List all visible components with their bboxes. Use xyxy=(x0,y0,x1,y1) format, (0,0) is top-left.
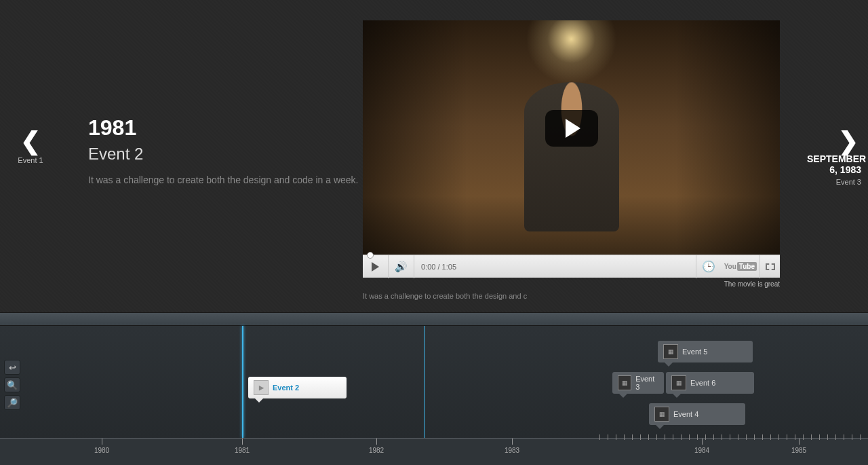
event-description: It was a challenge to create both the de… xyxy=(88,173,359,187)
timeline-event-card[interactable]: ▦Event 3 xyxy=(612,372,664,394)
image-icon: ▦ xyxy=(663,344,678,359)
event-title: Event 2 xyxy=(88,145,359,164)
timeline-body[interactable]: ▶Event 2▦Event 5▦Event 3▦Event 6▦Event 4 xyxy=(0,326,868,438)
ruler-year-label: 1985 xyxy=(791,447,806,454)
chevron-right-icon: ❯ xyxy=(807,129,868,153)
fullscreen-button[interactable] xyxy=(760,255,780,278)
timeline-event-card[interactable]: ▦Event 6 xyxy=(666,372,754,394)
timeline-marker-aux xyxy=(424,326,425,438)
timeline-pane: ↩ 🔍 🔎 ▶Event 2▦Event 5▦Event 3▦Event 6▦E… xyxy=(0,326,868,465)
event-card-label: Event 5 xyxy=(682,348,707,356)
video-block: 🔊 0:00 / 1:05 🕒 YouTube The movie is gre… xyxy=(363,20,780,300)
video-time: 0:00 / 1:05 xyxy=(421,263,456,271)
timeline-event-card[interactable]: ▶Event 2 xyxy=(248,377,347,398)
event-text-block: 1981 Event 2 It was a challenge to creat… xyxy=(88,115,359,187)
event-card-label: Event 2 xyxy=(273,384,299,392)
nav-next-label: Event 3 xyxy=(807,178,868,186)
play-overlay-button[interactable] xyxy=(545,110,598,147)
ruler-year-label: 1980 xyxy=(94,447,109,454)
detail-pane: ❮ Event 1 ❯ SEPTEMBER 6, 1983 Event 3 19… xyxy=(0,0,868,312)
event-card-label: Event 4 xyxy=(673,410,698,418)
youtube-logo[interactable]: YouTube xyxy=(722,260,760,273)
video-player[interactable] xyxy=(363,20,780,255)
nav-next-date: SEPTEMBER 6, 1983 xyxy=(807,153,868,175)
nav-prev-label: Event 1 xyxy=(0,156,61,164)
event-card-label: Event 6 xyxy=(690,379,715,387)
timeline-event-card[interactable]: ▦Event 4 xyxy=(649,403,745,425)
ruler-year-label: 1984 xyxy=(694,447,709,454)
timeline-ruler[interactable]: 198019811982198319841985 xyxy=(0,438,868,465)
fullscreen-icon xyxy=(766,263,775,270)
ruler-year-label: 1982 xyxy=(369,447,384,454)
timeline-event-card[interactable]: ▦Event 5 xyxy=(658,341,753,362)
clock-icon: 🕒 xyxy=(702,260,715,273)
play-icon: ▶ xyxy=(254,380,269,395)
image-icon: ▦ xyxy=(654,407,669,422)
event-year: 1981 xyxy=(88,115,359,141)
watch-later-button[interactable]: 🕒 xyxy=(696,255,722,278)
video-caption-right: The movie is great xyxy=(363,280,780,288)
image-icon: ▦ xyxy=(618,375,631,390)
ruler-year-label: 1981 xyxy=(235,447,250,454)
volume-icon: 🔊 xyxy=(395,261,408,273)
nav-next[interactable]: ❯ SEPTEMBER 6, 1983 Event 3 xyxy=(807,129,868,186)
volume-button[interactable]: 🔊 xyxy=(389,255,414,278)
video-caption-left: It was a challenge to create both the de… xyxy=(363,292,780,300)
event-card-label: Event 3 xyxy=(635,375,658,391)
ruler-year-label: 1983 xyxy=(505,447,519,454)
scrubber-handle[interactable] xyxy=(367,252,374,259)
chevron-left-icon: ❮ xyxy=(0,129,61,153)
play-button[interactable] xyxy=(363,255,389,278)
video-controls: 🔊 0:00 / 1:05 🕒 YouTube xyxy=(363,255,780,278)
image-icon: ▦ xyxy=(671,375,686,390)
timeline-marker-current xyxy=(242,326,243,438)
nav-prev[interactable]: ❮ Event 1 xyxy=(0,129,61,164)
separator-bar xyxy=(0,312,868,326)
